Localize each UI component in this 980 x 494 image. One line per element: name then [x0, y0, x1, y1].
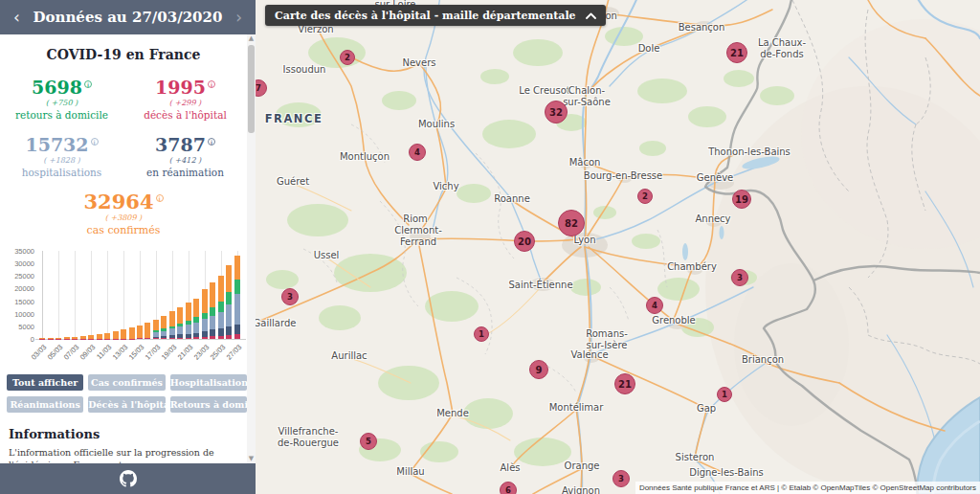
death-count-marker[interactable]: 1	[474, 326, 489, 342]
segment-cas confirmés (autres)	[145, 323, 150, 339]
bar-11/03[interactable]	[104, 333, 110, 339]
next-date-button[interactable]: ›	[235, 0, 242, 34]
info-icon[interactable]: i	[156, 194, 164, 202]
scroll-up-icon[interactable]: ▲	[247, 34, 256, 43]
death-count-marker[interactable]: 2	[340, 50, 355, 65]
gridline	[42, 251, 43, 339]
death-count-marker[interactable]: 19	[732, 190, 751, 209]
x-axis	[35, 339, 246, 340]
gridline	[123, 251, 124, 339]
gridline	[58, 251, 59, 339]
stat-value: 1995	[155, 77, 206, 98]
bar-04/03[interactable]	[48, 338, 54, 339]
sidebar-scrollbar: ▲ ▼	[247, 34, 256, 463]
stat-label: cas confirmés	[0, 224, 247, 236]
bar-07/03[interactable]	[72, 337, 78, 339]
bar-13/03[interactable]	[121, 329, 126, 339]
segment-en réanimation	[210, 329, 215, 336]
death-count-marker[interactable]: 2	[637, 189, 653, 204]
death-count-marker[interactable]: 21	[614, 373, 635, 394]
bar-08/03[interactable]	[80, 336, 86, 339]
bar-15/03[interactable]	[137, 326, 143, 339]
x-tick-label: 15/03	[127, 343, 146, 362]
stats-row-2: 15732i ( +1828 ) hospitalisations 3787i …	[0, 134, 247, 179]
death-count-marker[interactable]: 4	[409, 144, 426, 161]
bar-12/03[interactable]	[113, 331, 119, 339]
x-tick-label: 07/03	[62, 343, 81, 362]
bar-05/03[interactable]	[56, 338, 61, 339]
stats-row-1: 5698i ( +750 ) retours à domicile 1995i …	[0, 77, 247, 122]
x-tick-label: 23/03	[192, 343, 212, 362]
bar-18/03[interactable]	[161, 316, 167, 339]
scroll-down-icon[interactable]: ▼	[247, 455, 256, 463]
segment-cas confirmés (autres)	[226, 265, 232, 292]
death-count-marker[interactable]: 6	[500, 482, 517, 494]
bar-09/03[interactable]	[88, 335, 94, 339]
info-icon[interactable]: i	[208, 80, 215, 88]
death-count-marker[interactable]: 4	[646, 297, 663, 314]
info-icon[interactable]: i	[208, 138, 215, 146]
filter-retours-button[interactable]: Retours à domicile	[170, 396, 247, 413]
death-count-marker[interactable]: 3	[281, 288, 299, 305]
map[interactable]: FRANCEsur-LoireVierzonIssoudunNeversDijo…	[256, 0, 980, 494]
y-tick-label: 25000	[6, 272, 34, 281]
death-count-marker[interactable]: 82	[558, 210, 585, 236]
bar-22/03[interactable]	[193, 299, 199, 339]
segment-décès à l'hôpital	[161, 338, 167, 339]
stat-value: 15732	[25, 134, 88, 155]
segment-décès à l'hôpital	[218, 336, 224, 339]
y-tick-label: 0	[6, 335, 34, 344]
bar-26/03[interactable]	[226, 265, 232, 339]
stat-hospitalisations: 15732i ( +1828 ) hospitalisations	[0, 134, 123, 179]
segment-cas confirmés (autres)	[161, 316, 167, 328]
x-tick-label: 21/03	[176, 343, 195, 362]
x-tick-label: 05/03	[46, 343, 65, 362]
filter-reanimations-button[interactable]: Réanimations	[7, 396, 83, 413]
death-count-marker[interactable]: 20	[514, 231, 535, 252]
bar-24/03[interactable]	[210, 282, 215, 339]
bar-23/03[interactable]	[202, 289, 208, 339]
segment-décès à l'hôpital	[153, 338, 159, 339]
info-icon[interactable]: i	[91, 138, 99, 146]
bar-20/03[interactable]	[177, 307, 183, 339]
filter-deces-button[interactable]: Décès à l'hôpital	[88, 396, 165, 413]
y-tick-label: 30000	[6, 259, 34, 268]
death-count-marker[interactable]: 3	[731, 269, 748, 286]
bar-16/03[interactable]	[145, 323, 150, 339]
bar-10/03[interactable]	[97, 334, 102, 339]
chevron-up-icon	[586, 12, 596, 19]
bar-25/03[interactable]	[218, 276, 224, 339]
epidemic-chart[interactable]: 0500010000150002000025000300003500003/03…	[6, 247, 247, 371]
stat-label: hospitalisations	[0, 167, 123, 179]
death-count-marker[interactable]: 3	[612, 470, 630, 487]
prev-date-button[interactable]: ‹	[13, 0, 20, 34]
bar-06/03[interactable]	[64, 337, 70, 339]
segment-cas confirmés (autres)	[193, 299, 199, 317]
bar-21/03[interactable]	[186, 303, 191, 339]
bar-17/03[interactable]	[153, 320, 159, 339]
filter-all-button[interactable]: Tout afficher	[7, 374, 83, 391]
segment-cas confirmés (autres)	[153, 320, 159, 330]
death-count-marker[interactable]: 1	[717, 387, 732, 402]
bar-19/03[interactable]	[169, 311, 175, 339]
page-title: COVID-19 en France	[0, 47, 247, 62]
x-tick-label: 17/03	[144, 343, 163, 362]
x-tick-label: 25/03	[209, 343, 228, 362]
bar-03/03[interactable]	[39, 338, 45, 339]
sidebar-header: ‹ Données au 27/03/2020 ›	[0, 0, 256, 34]
death-count-marker[interactable]: 9	[529, 360, 548, 379]
segment-décès à l'hôpital	[177, 338, 183, 339]
y-tick-label: 5000	[6, 323, 34, 331]
filter-hospitalisations-button[interactable]: Hospitalisations	[170, 374, 247, 391]
death-count-marker[interactable]: 21	[726, 42, 747, 63]
death-count-marker[interactable]: 32	[545, 101, 568, 124]
bar-27/03[interactable]	[234, 256, 240, 339]
segment-cas confirmés (autres)	[121, 329, 126, 338]
filter-cas-confirmes-button[interactable]: Cas confirmés	[88, 374, 165, 391]
bar-14/03[interactable]	[129, 327, 135, 339]
github-link[interactable]	[120, 470, 137, 487]
scrollbar-thumb[interactable]	[248, 45, 255, 133]
death-count-marker[interactable]: 5	[360, 433, 377, 450]
map-layer-selector[interactable]: Carte des décès à l'hôpital - maille dép…	[265, 5, 606, 26]
info-icon[interactable]: i	[84, 80, 92, 88]
